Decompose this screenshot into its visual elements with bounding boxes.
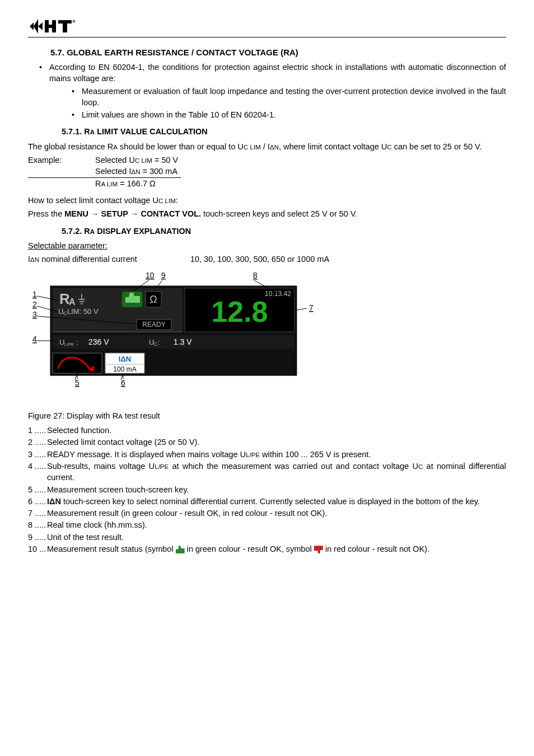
svg-text:U: U: [59, 338, 64, 346]
svg-text:1.3 V: 1.3 V: [174, 337, 192, 346]
intro-list: According to EN 60204-1, the conditions …: [28, 62, 506, 120]
legend-list: 1 .....Selected function. 2 .....Selecte…: [28, 425, 506, 555]
svg-rect-2: [52, 20, 56, 32]
svg-text:2: 2: [32, 300, 37, 309]
svg-text::: :: [76, 338, 78, 346]
svg-text:L/PE: L/PE: [64, 342, 74, 347]
intro-bullet: According to EN 60204-1, the conditions …: [28, 62, 506, 120]
svg-text:IΔN: IΔN: [119, 355, 131, 363]
svg-text:READY: READY: [142, 321, 165, 328]
svg-text:9: 9: [161, 271, 166, 280]
intro-sub-1: Measurement or evaluation of fault loop …: [49, 86, 506, 109]
subsection-572: 5.7.2. RA DISPLAY EXPLANATION: [62, 226, 506, 237]
svg-text:7: 7: [309, 303, 313, 312]
example-line-2: Selected IΔN = 300 mA: [28, 166, 506, 177]
howto-text: How to select limit contact voltage UC L…: [28, 195, 506, 206]
figure-caption: Figure 27: Display with RA test result: [28, 410, 506, 421]
svg-text:8: 8: [253, 271, 257, 280]
svg-text:C: C: [63, 311, 67, 316]
thumbs-up-icon: [176, 546, 185, 553]
svg-text:12.8: 12.8: [211, 295, 268, 328]
header-rule: [28, 37, 506, 37]
svg-point-5: [73, 20, 75, 22]
example-line-3: RA LIM = 166.7 Ω: [28, 178, 506, 189]
svg-text:A: A: [69, 297, 76, 307]
brand-logo: [28, 17, 506, 36]
example-line-1: Example: Selected UC LIM = 50 V: [28, 154, 506, 166]
svg-rect-4: [63, 20, 67, 32]
display-figure: R A U C LIM: 50 V Ω READY 10.13.42 12.8 …: [28, 270, 506, 407]
svg-text:U: U: [58, 307, 63, 316]
svg-text:C: C: [154, 341, 158, 347]
svg-text:Ω: Ω: [149, 294, 157, 305]
intro-sub-2: Limit values are shown in the Table 10 o…: [49, 109, 506, 120]
svg-text:6: 6: [121, 378, 125, 387]
svg-text:3: 3: [32, 310, 37, 319]
svg-text:1: 1: [32, 290, 37, 299]
svg-text:10: 10: [146, 271, 154, 280]
svg-text:236 V: 236 V: [88, 337, 109, 346]
section-heading: 5.7. GLOBAL EARTH RESISTANCE / CONTACT V…: [50, 46, 506, 58]
svg-text:U: U: [149, 338, 154, 346]
press-text: Press the MENU → SETUP → CONTACT VOL. to…: [28, 208, 506, 219]
svg-text:100 mA: 100 mA: [113, 365, 136, 373]
param-row: IΔN nominal differential current 10, 30,…: [28, 253, 506, 265]
subsection-571: 5.7.1. RA LIMIT VALUE CALCULATION: [62, 126, 506, 137]
ra-description: The global resistance RA should be lower…: [28, 141, 506, 152]
thumbs-down-icon: [314, 546, 323, 553]
svg-text:4: 4: [32, 335, 37, 344]
svg-text:LIM: 50 V: LIM: 50 V: [67, 307, 99, 316]
selectable-param-label: Selectable parameter:: [28, 240, 506, 251]
svg-text:10.13.42: 10.13.42: [265, 290, 291, 298]
svg-text::: :: [158, 338, 160, 346]
